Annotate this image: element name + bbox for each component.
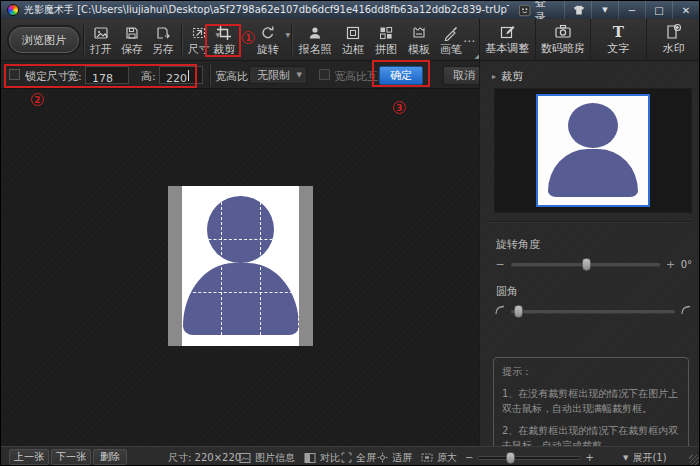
zoom-out-icon[interactable]: −: [465, 452, 473, 463]
id-photo-label: 报名照: [299, 42, 332, 57]
delete-image-button[interactable]: 删除: [93, 449, 127, 465]
rotate-dropdown-icon[interactable]: ▼: [285, 31, 290, 38]
grid-line-horizontal: [183, 239, 298, 240]
grid-icon: [378, 25, 394, 41]
zoom-slider-thumb[interactable]: [506, 452, 515, 464]
tab-watermark[interactable]: 水印: [647, 19, 700, 60]
tab-text[interactable]: T 文字: [591, 19, 647, 60]
corner-slider-track[interactable]: [511, 310, 675, 313]
tab-watermark-label: 水印: [663, 41, 685, 56]
resize-grip[interactable]: [689, 455, 699, 465]
open-button[interactable]: 打开: [87, 23, 115, 59]
crop-section-header[interactable]: ▸ 裁剪: [492, 69, 523, 84]
tab-basic-adjust[interactable]: 基本调整: [480, 19, 536, 60]
tab-text-label: 文字: [607, 41, 629, 56]
image-size-text: 尺寸: 220×220: [168, 451, 241, 465]
width-field: [85, 66, 129, 84]
tab-darkroom[interactable]: 数码暗房: [536, 19, 592, 60]
template-button[interactable]: 模板: [405, 23, 433, 59]
adjust-icon: [499, 23, 516, 40]
fit-screen-label: 适屏: [392, 451, 412, 465]
border-label: 边框: [342, 42, 364, 57]
collage-label: 拼图: [375, 42, 397, 57]
collage-button[interactable]: 拼图: [372, 23, 400, 59]
fit-screen-icon: [377, 452, 388, 463]
aspect-ratio-select[interactable]: 无限制 ▼: [249, 66, 307, 84]
skin-button[interactable]: [564, 1, 591, 19]
original-size-icon: [421, 452, 433, 463]
toolbar-separator: [181, 25, 182, 55]
next-image-button[interactable]: 下一张: [51, 449, 91, 465]
titlebar: 光影魔术手 [C:\Users\liujiahui\Desktop\a5f279…: [1, 1, 700, 19]
watermark-icon: [665, 23, 682, 40]
width-label: 宽:: [67, 69, 82, 84]
login-button[interactable]: 登录: [509, 1, 564, 19]
expand-label: 展开(1): [632, 451, 666, 465]
corner-small-icon: [494, 305, 506, 318]
tab-darkroom-label: 数码暗房: [541, 41, 585, 56]
border-button[interactable]: 边框: [339, 23, 367, 59]
fullscreen-button[interactable]: 全屏: [341, 447, 376, 466]
panel-divider: [490, 221, 692, 222]
minimize-button[interactable]: −: [618, 1, 645, 19]
rotation-slider-track[interactable]: [511, 263, 660, 266]
original-size-button[interactable]: 原大: [421, 447, 457, 466]
panel-tabs: 基本调整 数码暗房 T 文字 水印: [479, 19, 700, 61]
status-bar: 上一张 下一张 删除 尺寸: 220×220 图片信息 对比 全屏: [1, 446, 700, 466]
rotation-slider-row: − + 0°: [494, 257, 692, 271]
grid-line-vertical: [260, 187, 261, 345]
width-input[interactable]: [86, 71, 128, 87]
template-icon: [411, 25, 427, 41]
menu-arrow-icon: ▼: [602, 6, 607, 14]
options-separator: [209, 64, 210, 86]
original-size-label: 原大: [437, 451, 457, 465]
crop-selection[interactable]: [182, 186, 299, 346]
browse-images-button[interactable]: 浏览图片: [9, 27, 79, 53]
expand-arrow-icon: ▼: [623, 454, 628, 462]
photo-image: [168, 186, 313, 346]
rotation-minus-icon[interactable]: −: [494, 258, 506, 271]
rotation-slider-thumb[interactable]: [582, 258, 591, 271]
rotate-button[interactable]: 旋转 ▼: [253, 23, 283, 59]
zoom-slider-track[interactable]: [477, 456, 581, 460]
window-title: 光影魔术手 [C:\Users\liujiahui\Desktop\a5f279…: [24, 3, 509, 17]
close-button[interactable]: ✕: [672, 1, 699, 19]
crop-button[interactable]: 裁剪: [209, 23, 239, 59]
corner-radius-label: 圆角: [496, 284, 518, 299]
tip-1: 1、在没有裁剪框出现的情况下在图片上双击鼠标，自动出现满幅裁剪框。: [502, 386, 680, 417]
person-icon: [307, 25, 323, 41]
corner-large-icon: [680, 305, 692, 318]
image-info-button[interactable]: 图片信息: [239, 447, 295, 466]
template-label: 模板: [408, 42, 430, 57]
camera-icon: [554, 23, 572, 40]
corner-slider-thumb[interactable]: [514, 305, 523, 318]
menu-button[interactable]: ▼: [591, 1, 618, 19]
save-button[interactable]: 保存: [118, 23, 146, 59]
previous-image-button[interactable]: 上一张: [9, 449, 49, 465]
swap-ratio-checkbox[interactable]: [319, 69, 330, 80]
crop-label: 裁剪: [213, 42, 235, 57]
fit-screen-button[interactable]: 适屏: [377, 447, 412, 466]
brush-label: 画笔: [440, 42, 462, 57]
image-info-label: 图片信息: [255, 451, 295, 465]
text-caret: [188, 70, 189, 81]
rotation-plus-icon[interactable]: +: [665, 258, 677, 271]
save-as-button[interactable]: 另存: [149, 23, 177, 59]
lock-size-checkbox[interactable]: [9, 69, 20, 80]
compare-label: 对比: [320, 451, 340, 465]
image-canvas[interactable]: [1, 89, 479, 446]
expand-button[interactable]: ▼ 展开(1): [623, 447, 667, 466]
compare-button[interactable]: 对比: [304, 447, 340, 466]
save-as-icon: [155, 25, 171, 41]
maximize-button[interactable]: □: [645, 1, 672, 19]
height-input[interactable]: [160, 71, 202, 87]
more-tools-button[interactable]: ⋯ ◢: [461, 23, 477, 59]
id-photo-button[interactable]: 报名照: [295, 23, 335, 59]
confirm-button[interactable]: 确定: [379, 66, 423, 85]
more-icon: ⋯: [463, 34, 475, 48]
tips-box: 提示： 1、在没有裁剪框出现的情况下在图片上双击鼠标，自动出现满幅裁剪框。 2、…: [493, 357, 689, 461]
annotation-step-2: 2: [31, 93, 44, 106]
size-label: 尺寸: [188, 42, 210, 57]
lock-size-label: 锁定尺寸: [25, 69, 69, 84]
zoom-in-icon[interactable]: +: [585, 452, 593, 463]
